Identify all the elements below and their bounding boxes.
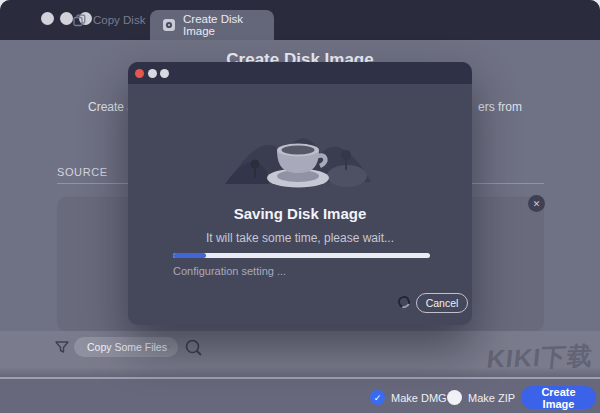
close-icon: ✕ xyxy=(533,199,541,209)
disk-image-icon xyxy=(162,18,176,32)
saving-dialog: Saving Disk Image It will take some time… xyxy=(128,62,472,325)
dialog-title: Saving Disk Image xyxy=(128,205,472,222)
tab-copy-disk[interactable]: Copy Disk xyxy=(73,0,145,40)
check-icon: ✓ xyxy=(374,393,382,403)
search-icon[interactable] xyxy=(184,338,203,361)
traffic-light-close[interactable] xyxy=(41,12,54,25)
coffee-cup-illustration xyxy=(225,98,375,198)
cancel-button[interactable]: Cancel xyxy=(416,293,468,313)
progress-bar-fill xyxy=(173,253,206,258)
dialog-close-light[interactable] xyxy=(135,69,144,78)
app-window: Create Disk Image Create a d ers from SO… xyxy=(0,0,600,413)
dialog-titlebar xyxy=(128,62,472,84)
window-titlebar: Copy Disk Create Disk Image xyxy=(0,0,600,40)
chevron-down-icon xyxy=(167,343,170,351)
traffic-light-minimize[interactable] xyxy=(60,12,73,25)
bottom-action-bar: ✓ Make DMG Make ZIP Create Image xyxy=(0,377,600,413)
make-dmg-label: Make DMG xyxy=(391,392,447,404)
dialog-minimize-light[interactable] xyxy=(148,69,157,78)
dropdown-value: Copy Some Files xyxy=(87,341,167,353)
create-image-button[interactable]: Create Image xyxy=(521,386,596,409)
copy-disk-icon xyxy=(73,14,86,27)
tab-create-disk-image-label: Create Disk Image xyxy=(183,13,274,37)
dialog-subtitle: It will take some time, please wait... xyxy=(128,231,472,245)
progress-bar xyxy=(173,253,430,258)
tab-copy-disk-label: Copy Disk xyxy=(93,14,145,26)
filter-icon[interactable] xyxy=(54,339,70,359)
loading-spinner xyxy=(396,294,412,310)
make-dmg-checkbox[interactable]: ✓ xyxy=(370,390,385,405)
progress-status-text: Configuration setting ... xyxy=(173,265,286,277)
screenshot-stage: Create Disk Image Create a d ers from SO… xyxy=(0,0,600,413)
tab-create-disk-image[interactable]: Create Disk Image xyxy=(150,10,274,40)
page-subtitle-right-fragment: ers from xyxy=(478,100,522,114)
panel-close-button[interactable]: ✕ xyxy=(528,195,545,212)
dialog-zoom-light[interactable] xyxy=(160,69,169,78)
make-zip-label: Make ZIP xyxy=(468,392,515,404)
make-zip-checkbox[interactable] xyxy=(447,390,462,405)
watermark: KIKI下载 xyxy=(485,339,595,376)
source-section-label: SOURCE xyxy=(57,166,108,178)
copy-mode-dropdown[interactable]: Copy Some Files xyxy=(74,337,178,357)
